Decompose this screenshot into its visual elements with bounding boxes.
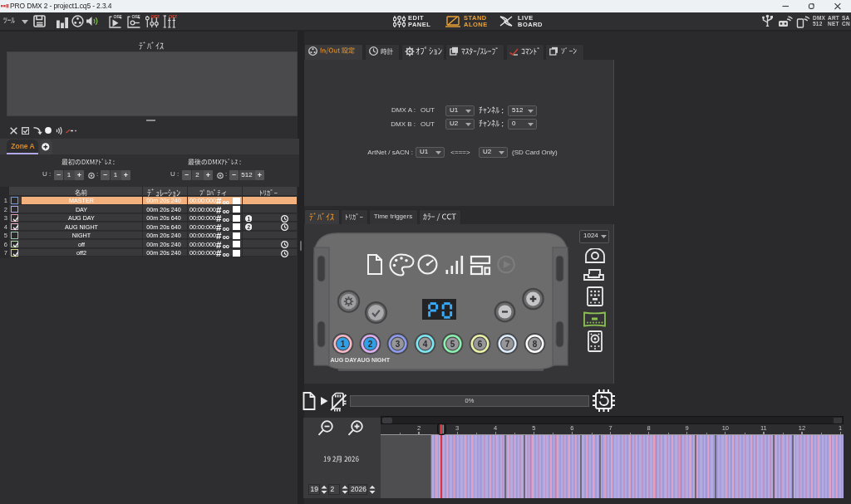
svg-text:OFF: OFF: [132, 14, 140, 19]
svg-text:5: 5: [450, 340, 455, 349]
svg-text:OFF: OFF: [151, 14, 160, 19]
svg-text:1: 1: [247, 215, 250, 221]
svg-text:4: 4: [423, 340, 428, 349]
svg-text:AUG DAY: AUG DAY: [331, 356, 357, 364]
svg-text:1: 1: [341, 340, 346, 349]
svg-text:OFF: OFF: [114, 14, 122, 19]
svg-text:8: 8: [533, 340, 538, 349]
svg-text:3: 3: [396, 340, 401, 349]
svg-text:OFF: OFF: [169, 14, 177, 19]
svg-text:7: 7: [505, 340, 510, 349]
svg-text:6: 6: [478, 340, 483, 349]
svg-text:AUG NIGHT: AUG NIGHT: [357, 356, 391, 364]
svg-text:2: 2: [247, 224, 250, 230]
svg-text:2: 2: [368, 340, 373, 349]
